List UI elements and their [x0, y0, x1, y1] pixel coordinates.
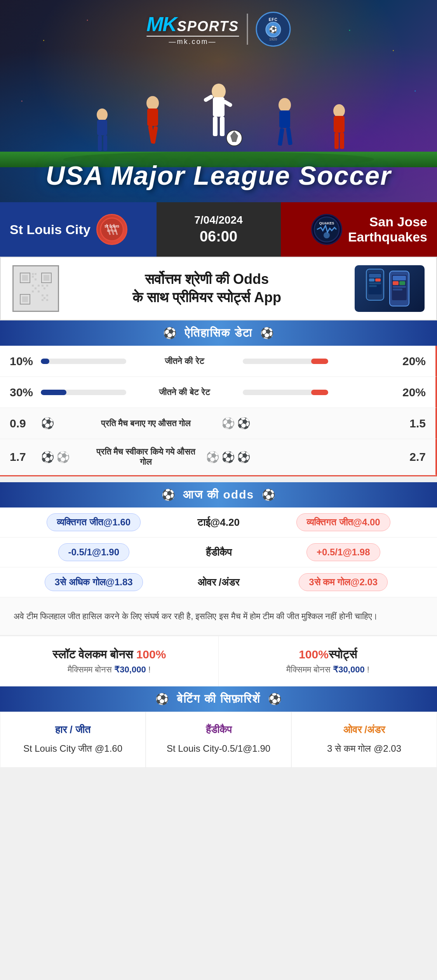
svg-rect-8 — [147, 108, 158, 126]
svg-rect-55 — [369, 274, 381, 278]
ball-r5: ⚽ — [237, 451, 251, 464]
bonus-title-1: स्लॉट वेलकम बोनस 100% — [10, 648, 209, 662]
home-team-name: St Louis City — [10, 222, 91, 237]
svg-rect-52 — [42, 299, 44, 301]
bar-fill-red-2 — [311, 390, 328, 395]
match-time: 06:00 — [200, 228, 237, 245]
bonus-card-2[interactable]: 100%स्पोर्ट्स मैक्सिमम बोनस ₹30,000 ! — [219, 636, 437, 686]
svg-rect-39 — [35, 278, 37, 280]
goals-scored-icons: ⚽ प्रति मैच बनाए गए औसत गोल ⚽ ⚽ — [41, 417, 395, 430]
odds-section-header: ⚽ आज की odds ⚽ — [0, 482, 437, 508]
promo-phone-image — [355, 265, 425, 312]
odds-home-win[interactable]: व्यक्तिगत जीत@1.60 — [47, 513, 141, 531]
betting-card-handicap: हैंडीकैप St Louis City-0.5/1@1.90 — [146, 712, 291, 768]
goals-scored-right: 1.5 — [395, 417, 426, 430]
odds-right-2[interactable]: +0.5/1@1.98 — [258, 543, 430, 561]
odds-right-3[interactable]: 3से कम गोल@2.03 — [258, 573, 430, 591]
ball-icon-odds-right: ⚽ — [262, 488, 275, 501]
odds-row-2: -0.5/1@1.90 हैंडीकैप +0.5/1@1.98 — [0, 537, 437, 567]
svg-rect-35 — [22, 296, 28, 302]
domain-text: —mk.com— — [146, 36, 239, 46]
svg-rect-4 — [220, 117, 225, 136]
odds-away-win[interactable]: व्यक्तिगत जीत@4.00 — [296, 513, 390, 531]
match-header: St Louis City ST LOUIS CITY SC 7/04/2024… — [0, 202, 437, 257]
svg-rect-41 — [35, 287, 37, 289]
odds-over[interactable]: 3से अधिक गोल@1.83 — [45, 573, 143, 591]
betting-card2-value: St Louis City-0.5/1@1.90 — [154, 742, 283, 756]
odds-row-3: 3से अधिक गोल@1.83 ओवर /अंडर 3से कम गोल@2… — [0, 567, 437, 597]
svg-rect-16 — [279, 110, 290, 128]
stat-row-goals-conceded: 1.7 ⚽ ⚽ प्रति मैच स्वीकार किये गये औसत ग… — [0, 439, 437, 475]
stat-row-goals-scored: 0.9 ⚽ प्रति मैच बनाए गए औसत गोल ⚽ ⚽ 1.5 — [0, 408, 437, 439]
odds-home-handicap[interactable]: -0.5/1@1.90 — [58, 543, 129, 561]
away-team-logo: QUAKES — [311, 214, 342, 245]
players-visual — [0, 56, 437, 165]
bonus-text-1: स्लॉट वेलकम बोनस — [52, 648, 136, 661]
bonus-card-1[interactable]: स्लॉट वेलकम बोनस 100% मैक्सिमम बोनस ₹30,… — [0, 636, 219, 686]
svg-rect-59 — [369, 285, 377, 287]
svg-point-7 — [146, 96, 159, 110]
svg-rect-48 — [42, 294, 44, 296]
bet-rate-bars: जीतने की बेट रेट — [41, 387, 395, 397]
odds-left-2[interactable]: -0.5/1@1.90 — [8, 543, 180, 561]
bonus-title-2: 100%स्पोर्ट्स — [228, 648, 427, 662]
odds-away-handicap[interactable]: +0.5/1@1.98 — [306, 543, 380, 561]
main-title: USA Major League Soccer — [46, 160, 392, 191]
svg-rect-17 — [277, 128, 284, 146]
svg-rect-31 — [22, 275, 28, 281]
bonus-sub-1: मैक्सिमम बोनस ₹30,000 ! — [10, 665, 209, 675]
home-team-logo: ST LOUIS CITY SC — [96, 214, 127, 245]
historical-section: 10% जीतने की रेट 20% 30% जीतने की बेट रे… — [0, 346, 437, 476]
betting-card3-title: ओवर /अंडर — [299, 724, 429, 736]
promo-heading: सर्वोत्तम श्रेणी की Odds के साथ प्रीमियर… — [67, 270, 347, 307]
away-team-section: QUAKES San Jose Earthquakes — [281, 202, 437, 257]
ball-icon-odds-left: ⚽ — [162, 488, 175, 501]
goals-conceded-label: प्रति मैच स्वीकार किये गये औसत गोल — [95, 447, 196, 467]
svg-rect-40 — [32, 285, 34, 287]
odds-left-1[interactable]: व्यक्तिगत जीत@1.60 — [8, 513, 180, 531]
svg-rect-33 — [44, 275, 49, 281]
sponsor-badge: EFC ⚽ 1920 — [256, 12, 291, 47]
bar-track-right-1 — [243, 359, 328, 364]
bar-track-left-2 — [41, 390, 126, 395]
left-ball-icons-1: ⚽ — [41, 417, 87, 430]
away-team-name: San Jose Earthquakes — [348, 214, 427, 245]
mk-sports-logo[interactable]: MK SPORTS —mk.com— — [146, 12, 239, 46]
logo-area: MK SPORTS —mk.com— EFC ⚽ 1920 — [146, 12, 291, 47]
promo-banner[interactable]: सर्वोत्तम श्रेणी की Odds के साथ प्रीमियर… — [0, 257, 437, 320]
ball-icon-right: ⚽ — [260, 327, 274, 340]
header-banner: MK SPORTS —mk.com— EFC ⚽ 1920 — [0, 0, 437, 202]
odds-right-1[interactable]: व्यक्तिगत जीत@4.00 — [258, 513, 430, 531]
goals-conceded-right: 2.7 — [395, 450, 426, 464]
bonus-text-2: स्पोर्ट्स — [329, 648, 357, 661]
odds-under[interactable]: 3से कम गोल@2.03 — [299, 573, 388, 591]
svg-rect-62 — [393, 276, 406, 280]
sports-text: SPORTS — [177, 18, 239, 35]
bar-track-left-1 — [41, 359, 126, 364]
goals-scored-left: 0.9 — [10, 417, 41, 430]
svg-rect-57 — [375, 278, 381, 282]
betting-title: बेटिंग की सिफ़ारिशें — [177, 692, 261, 706]
svg-rect-36 — [32, 273, 34, 275]
right-ball-icons-1: ⚽ ⚽ — [204, 417, 251, 430]
bonus-sub-2: मैक्सिमम बोनस ₹30,000 ! — [228, 665, 427, 675]
svg-rect-43 — [32, 290, 34, 292]
betting-card3-value: 3 से कम गोल @2.03 — [299, 742, 429, 756]
odds-center-3: ओवर /अंडर — [180, 576, 258, 588]
svg-point-11 — [97, 108, 108, 121]
svg-rect-2 — [213, 97, 225, 117]
banner-title-text: USA Major League Soccer — [46, 161, 392, 190]
odds-center-2: हैंडीकैप — [180, 546, 258, 558]
win-rate-right: 20% — [395, 355, 426, 368]
odds-left-3[interactable]: 3से अधिक गोल@1.83 — [8, 573, 180, 591]
stat-row-win-rate: 10% जीतने की रेट 20% — [0, 346, 437, 377]
betting-card1-title: हार / जीत — [8, 724, 138, 736]
betting-section: हार / जीत St Louis City जीत @1.60 हैंडीक… — [0, 712, 437, 768]
win-rate-label: जीतने की रेट — [134, 356, 235, 366]
historical-section-header: ⚽ ऐतिहासिक डेटा ⚽ — [0, 320, 437, 346]
svg-rect-21 — [334, 133, 339, 149]
svg-rect-51 — [46, 299, 48, 301]
svg-rect-49 — [46, 294, 48, 296]
ball-r4: ⚽ — [221, 451, 235, 464]
mk-text: MK — [146, 12, 176, 36]
